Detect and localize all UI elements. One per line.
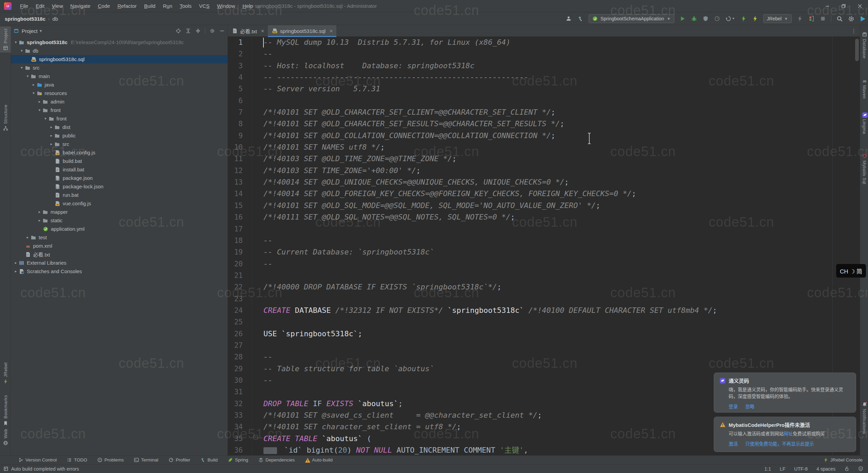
panel-settings-gear-icon[interactable] [209, 28, 215, 34]
tree-row-src[interactable]: ▾src [11, 63, 228, 72]
menu-window[interactable]: Window [213, 0, 239, 12]
toolwindow-tab-spring[interactable]: Spring [228, 457, 248, 462]
tool-strip-tab-project[interactable]: Project [0, 26, 11, 53]
toolwindow-tab-terminal[interactable]: Terminal [134, 457, 158, 462]
hide-panel-icon[interactable] [219, 28, 225, 34]
tree-row-package-json[interactable]: {..}package.json [11, 174, 228, 182]
menu-view[interactable]: View [48, 0, 66, 12]
chevron-down-icon[interactable]: ▾ [19, 65, 25, 70]
tool-strip-tab-lingma[interactable]: Lingma [860, 110, 868, 136]
tree-row-front[interactable]: ▾front [11, 114, 228, 123]
menu-build[interactable]: Build [140, 0, 159, 12]
jrebel-run-button[interactable] [740, 15, 747, 22]
tree-row-External Libraries[interactable]: ▸External Libraries [11, 259, 228, 267]
menu-help[interactable]: Help [239, 0, 257, 12]
close-icon[interactable]: ✕ [329, 29, 333, 34]
expand-all-icon[interactable] [185, 28, 191, 34]
chevron-right-icon[interactable]: ▸ [48, 133, 54, 138]
run-configuration-select[interactable]: SpringbootSchemaApplication ▼ [589, 14, 674, 23]
chevron-right-icon[interactable]: ▸ [31, 82, 37, 87]
tool-strip-tab-maven[interactable]: mMaven [860, 76, 868, 101]
menu-tools[interactable]: Tools [176, 0, 195, 12]
editor-tab-springboot5318c-sql[interactable]: SQLspringboot5318c.sql✕ [268, 25, 336, 37]
menu-code[interactable]: Code [94, 0, 114, 12]
chevron-down-icon[interactable]: ▾ [31, 91, 37, 95]
editor-tab-必看-txt[interactable]: 必看.txt✕ [228, 25, 268, 37]
toolwindow-tab-profiler[interactable]: Profiler [169, 457, 190, 462]
toolwindow-tab-problems[interactable]: Problems [97, 457, 124, 462]
chevron-right-icon[interactable]: ▸ [13, 269, 19, 273]
chevron-right-icon[interactable]: ▸ [37, 99, 42, 104]
chevron-right-icon[interactable]: ▸ [48, 142, 54, 146]
tool-strip-tab-bookmarks[interactable]: Bookmarks [0, 393, 11, 428]
notification-link[interactable]: 激活 [729, 440, 738, 447]
indent-setting[interactable]: 4 spaces [816, 466, 835, 472]
tree-row-build-bat[interactable]: ?build.bat [11, 157, 228, 165]
tree-row-pom-xml[interactable]: mpom.xml [11, 242, 228, 250]
toolwindow-tab-todo[interactable]: TODO [67, 457, 87, 462]
debug-button[interactable] [691, 15, 697, 22]
fold-marker[interactable]: − [254, 435, 258, 439]
tool-strip-tab-notifications[interactable]: Notifications [860, 400, 868, 436]
tab-list-icon[interactable]: ⋮ [851, 25, 856, 37]
menu-run[interactable]: Run [159, 0, 176, 12]
menu-edit[interactable]: Edit [32, 0, 48, 12]
close-icon[interactable]: ✕ [261, 29, 264, 34]
tree-row-package-lock-json[interactable]: {..}package-lock.json [11, 182, 228, 191]
tree-row-resources[interactable]: ▾resources [11, 89, 228, 97]
notification-link[interactable]: 只使用免费功能，不再显示此提示 [745, 440, 814, 447]
tree-row-dist[interactable]: ▸dist [11, 123, 228, 131]
tree-row-main[interactable]: ▾main [11, 72, 228, 80]
tree-row-springboot5318c[interactable]: ▾springboot5318cE:\releaseComp\24-10\9\8… [11, 38, 228, 46]
tree-row-springboot5318c-sql[interactable]: SQLspringboot5318c.sql [11, 55, 228, 63]
tree-row-front[interactable]: ▾front [11, 106, 228, 114]
tree-row-test[interactable]: ▸test [11, 233, 228, 242]
caret-position[interactable]: 1:1 [764, 466, 771, 472]
jrebel-console-tab[interactable]: JRebel Console [823, 457, 863, 462]
rerun-dropdown-button[interactable] [725, 15, 735, 22]
build-hammer-icon[interactable] [577, 15, 584, 22]
tree-row-db[interactable]: ▾db [11, 46, 228, 55]
menu-navigate[interactable]: Navigate [66, 0, 94, 12]
website-link[interactable]: 网址 [784, 431, 793, 436]
tree-row-mapper[interactable]: ▸mapper [11, 208, 228, 216]
chevron-right-icon[interactable]: ▸ [25, 235, 31, 240]
tree-row-run-bat[interactable]: run.bat [11, 191, 228, 199]
search-everywhere-icon[interactable] [836, 15, 843, 22]
tree-row-install-bat[interactable]: install.bat [11, 165, 228, 174]
tool-strip-tab-web[interactable]: Web [0, 427, 11, 448]
user-account-icon[interactable] [566, 15, 572, 22]
chevron-down-icon[interactable]: ▾ [19, 49, 25, 53]
tool-strip-tab-database[interactable]: Database [860, 30, 868, 61]
restore-button[interactable] [835, 0, 852, 12]
tree-row-src[interactable]: ▸src [11, 140, 228, 148]
toolwindow-tab-build[interactable]: Build [200, 457, 218, 462]
breadcrumb-item-springboot5318c[interactable]: springboot5318c [5, 16, 45, 22]
settings-gear-icon[interactable] [848, 15, 854, 22]
chevron-down-icon[interactable]: ▼ [39, 29, 43, 33]
file-encoding[interactable]: UTF-8 [794, 466, 808, 472]
jrebel-select[interactable]: JRebel ▼ [763, 14, 792, 23]
notification-link[interactable]: 忽略 [745, 403, 754, 410]
profiler-button[interactable] [714, 15, 721, 22]
run-button[interactable] [679, 15, 686, 22]
collapse-all-icon[interactable] [195, 28, 201, 34]
chevron-right-icon[interactable]: ▸ [37, 218, 42, 223]
menu-file[interactable]: File [16, 0, 32, 12]
coverage-button[interactable] [702, 15, 709, 22]
inspections-icon[interactable] [858, 466, 863, 471]
line-ending[interactable]: LF [780, 466, 785, 472]
menu-vcs[interactable]: VCS [195, 0, 213, 12]
tree-row-java[interactable]: ▸java [11, 80, 228, 89]
breadcrumb-item-db[interactable]: db [52, 16, 58, 22]
tool-strip-tab-structure[interactable]: Structure [0, 102, 11, 133]
toolwindow-switcher-icon[interactable] [3, 466, 8, 471]
tree-row-admin[interactable]: ▸admin [11, 97, 228, 106]
tree-row-vue-config-js[interactable]: JSvue.config.js [11, 199, 228, 208]
readonly-lock-icon[interactable] [844, 466, 849, 471]
toolwindow-tab-dependencies[interactable]: Dependencies [258, 457, 295, 462]
chevron-right-icon[interactable]: ▸ [37, 210, 42, 214]
tree-row-Scratches and Consoles[interactable]: ▸Scratches and Consoles [11, 267, 228, 276]
tree-row-application-yml[interactable]: application.yml [11, 225, 228, 233]
tree-row-babel-config-js[interactable]: JSbabel.config.js [11, 148, 228, 157]
